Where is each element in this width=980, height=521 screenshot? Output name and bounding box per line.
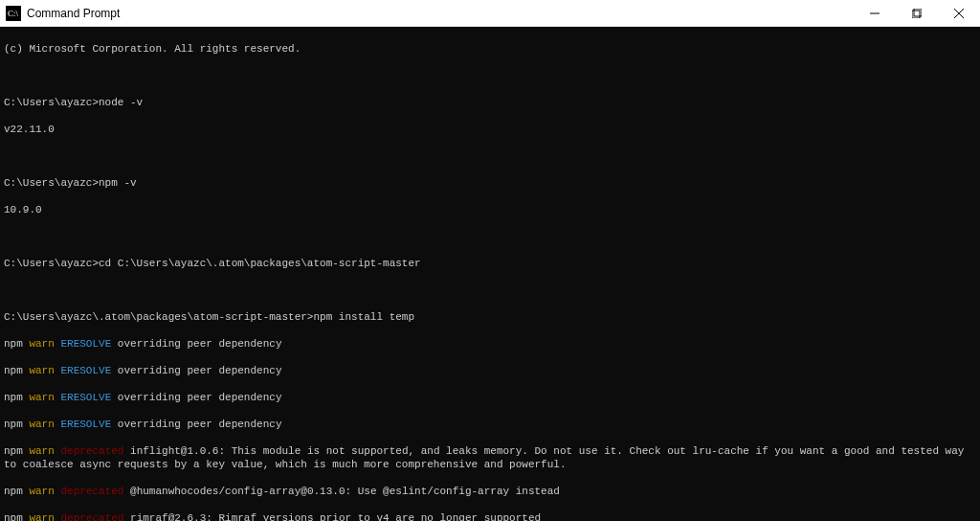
warn-eresolve-2: npm warn ERESOLVE overriding peer depend…: [4, 364, 976, 377]
svg-rect-4: [914, 9, 922, 16]
copyright-line: (c) Microsoft Corporation. All rights re…: [4, 42, 976, 56]
prompt-npm-v: C:\Users\ayazc>npm -v: [4, 176, 976, 190]
minimize-button[interactable]: [854, 0, 896, 27]
warn-eresolve-4: npm warn ERESOLVE overriding peer depend…: [4, 418, 976, 431]
maximize-button[interactable]: [896, 0, 938, 27]
svg-text:C:\: C:\: [8, 9, 19, 18]
close-button[interactable]: [938, 0, 980, 27]
warn-deprecated-inflight: npm warn deprecated inflight@1.0.6: This…: [4, 444, 976, 471]
warn-deprecated-configarray: npm warn deprecated @humanwhocodes/confi…: [4, 485, 976, 498]
warn-deprecated-rimraf263: npm warn deprecated rimraf@2.6.3: Rimraf…: [4, 511, 976, 521]
svg-rect-3: [912, 11, 920, 18]
window-titlebar: C:\ Command Prompt: [0, 0, 980, 27]
prompt-npm-install: C:\Users\ayazc\.atom\packages\atom-scrip…: [4, 310, 976, 324]
node-version: v22.11.0: [4, 123, 976, 136]
warn-eresolve-1: npm warn ERESOLVE overriding peer depend…: [4, 337, 976, 351]
prompt-cd: C:\Users\ayazc>cd C:\Users\ayazc\.atom\p…: [4, 257, 976, 270]
npm-version: 10.9.0: [4, 203, 976, 216]
window-title: Command Prompt: [27, 7, 120, 20]
prompt-node-v: C:\Users\ayazc>node -v: [4, 96, 976, 109]
terminal-output[interactable]: (c) Microsoft Corporation. All rights re…: [0, 27, 980, 521]
warn-eresolve-3: npm warn ERESOLVE overriding peer depend…: [4, 391, 976, 404]
cmd-icon: C:\: [6, 6, 21, 21]
